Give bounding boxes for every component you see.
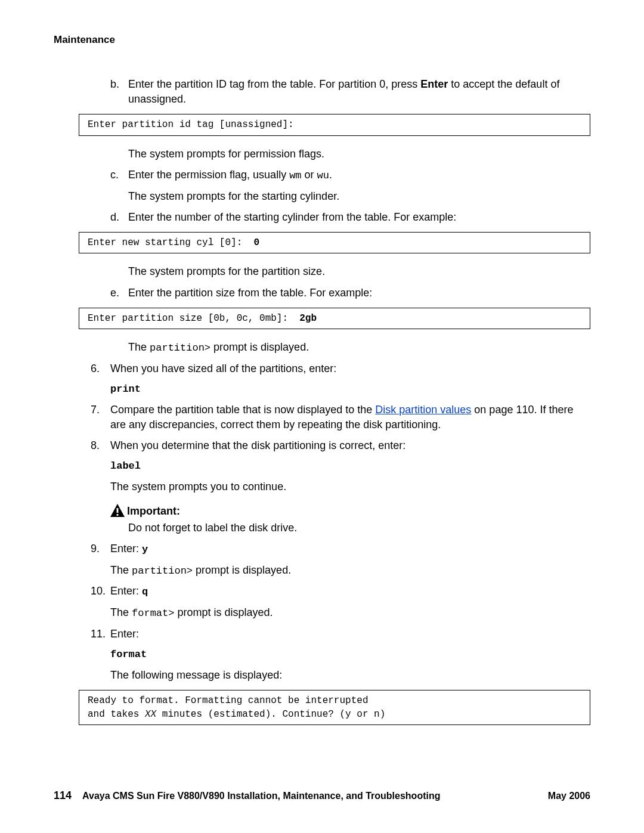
text: prompt is displayed.: [210, 341, 309, 353]
step-body-c: Enter the permission flag, usually wm or…: [128, 168, 590, 183]
step-label-11: 11.: [91, 627, 110, 642]
important-label: Important:: [127, 504, 180, 519]
command-print: print: [110, 382, 590, 397]
step-6: 6. When you have sized all of the partit…: [91, 361, 590, 376]
important-body: Do not forget to label the disk drive.: [128, 521, 590, 535]
text: The: [110, 606, 132, 618]
code-line: and takes XX minutes (estimated). Contin…: [88, 709, 385, 720]
step-10: 10. Enter: q: [91, 584, 590, 599]
code-block-id-tag: Enter partition id tag [unassigned]:: [79, 114, 590, 135]
step-label-d: d.: [110, 210, 128, 225]
step-label-6: 6.: [91, 361, 110, 376]
prompt-format: format>: [132, 608, 174, 619]
step-label-10: 10.: [91, 584, 110, 599]
prompt-partition: partition>: [132, 565, 193, 577]
step-body-7: Compare the partition table that is now …: [110, 402, 590, 432]
note-after-d: The system prompts for the partition siz…: [128, 264, 590, 279]
page-footer: 114 Avaya CMS Sun Fire V880/V890 Install…: [0, 788, 644, 803]
text: The: [128, 341, 150, 353]
key-enter: Enter: [420, 78, 448, 90]
footer-title: Avaya CMS Sun Fire V880/V890 Installatio…: [82, 789, 548, 803]
section-header: Maintenance: [54, 33, 590, 47]
step-label-8: 8.: [91, 438, 110, 453]
note-after-e: The partition> prompt is displayed.: [128, 340, 590, 355]
step-body-8: When you determine that the disk partiti…: [110, 438, 590, 453]
code-wu: wu: [317, 170, 329, 181]
step-e: e. Enter the partition size from the tab…: [110, 286, 590, 301]
note-after-c: The system prompts for the starting cyli…: [128, 189, 590, 204]
step-label-9: 9.: [91, 541, 110, 557]
step-b: b. Enter the partition ID tag from the t…: [110, 77, 590, 107]
step-11: 11. Enter:: [91, 627, 590, 642]
step-label-c: c.: [110, 168, 128, 183]
command-q: q: [142, 586, 148, 597]
text: prompt is displayed.: [193, 564, 291, 576]
note-after-11: The following message is displayed:: [110, 668, 590, 683]
code-text: Enter new starting cyl [0]:: [88, 237, 253, 248]
svg-rect-1: [117, 508, 119, 513]
step-body-10: Enter: q: [110, 584, 590, 599]
step-body-9: Enter: y: [110, 541, 590, 557]
step-d: d. Enter the number of the starting cyli…: [110, 210, 590, 225]
code-line: Ready to format. Formatting cannot be in…: [88, 695, 368, 706]
text: Enter:: [110, 585, 142, 597]
important-callout: Important:: [110, 504, 590, 519]
command-format: format: [110, 648, 590, 662]
link-disk-partition-values[interactable]: Disk partition values: [375, 404, 471, 416]
text: Enter the permission flag, usually: [128, 169, 289, 181]
page-number: 114: [54, 788, 72, 803]
step-label-e: e.: [110, 286, 128, 301]
step-body-11: Enter:: [110, 627, 590, 642]
step-body-6: When you have sized all of the partition…: [110, 361, 590, 376]
code-text: Enter partition id tag [unassigned]:: [88, 119, 294, 130]
note-after-b: The system prompts for permission flags.: [128, 147, 590, 162]
warning-icon: [110, 504, 127, 517]
code-block-partition-size: Enter partition size [0b, 0c, 0mb]: 2gb: [79, 308, 590, 329]
step-body-b: Enter the partition ID tag from the tabl…: [128, 77, 590, 107]
text: minutes (estimated). Continue? (y or n): [156, 709, 385, 720]
code-wm: wm: [289, 170, 301, 181]
code-block-starting-cyl: Enter new starting cyl [0]: 0: [79, 232, 590, 253]
step-8: 8. When you determine that the disk part…: [91, 438, 590, 453]
command-label: label: [110, 459, 590, 473]
placeholder-xx: XX: [145, 709, 156, 720]
text: .: [329, 169, 332, 181]
text: and takes: [88, 709, 145, 720]
step-label-7: 7.: [91, 402, 110, 432]
code-block-ready-format: Ready to format. Formatting cannot be in…: [79, 690, 590, 725]
text: Compare the partition table that is now …: [110, 404, 375, 416]
code-text: Enter partition size [0b, 0c, 0mb]:: [88, 313, 299, 324]
text: prompt is displayed.: [174, 606, 273, 618]
note-after-9: The partition> prompt is displayed.: [110, 563, 590, 578]
prompt-partition: partition>: [150, 342, 210, 354]
step-c: c. Enter the permission flag, usually wm…: [110, 168, 590, 183]
footer-date: May 2006: [548, 789, 590, 803]
step-9: 9. Enter: y: [91, 541, 590, 557]
text: The: [110, 564, 132, 576]
note-after-10: The format> prompt is displayed.: [110, 605, 590, 621]
page: Maintenance b. Enter the partition ID ta…: [0, 0, 644, 833]
code-input: 0: [253, 237, 259, 248]
step-7: 7. Compare the partition table that is n…: [91, 402, 590, 432]
text: Enter the partition ID tag from the tabl…: [128, 78, 420, 90]
note-after-8: The system prompts you to continue.: [110, 479, 590, 494]
svg-rect-2: [117, 514, 119, 516]
text: or: [302, 169, 317, 181]
code-input: 2gb: [299, 313, 317, 324]
text: Enter:: [110, 543, 142, 555]
step-label-b: b.: [110, 77, 128, 107]
step-body-e: Enter the partition size from the table.…: [128, 286, 590, 301]
step-body-d: Enter the number of the starting cylinde…: [128, 210, 590, 225]
command-y: y: [142, 544, 148, 555]
